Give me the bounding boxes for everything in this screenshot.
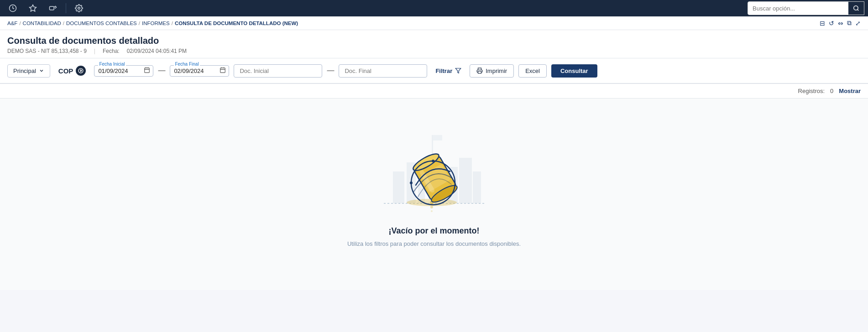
registros-count: 0 [830,88,833,94]
search-container [748,1,864,15]
breadcrumb-contabilidad[interactable]: CONTABILIDAD [23,21,61,26]
fecha-label: Fecha: [103,48,120,54]
page-header: Consulta de documentos detallado DEMO SA… [0,30,868,58]
breadcrumb-current: CONSULTA DE DOCUMENTO DETALLADO (NEW) [175,21,298,26]
fecha-final-field[interactable]: Fecha Final 02/09/2024 [170,65,229,77]
filtrar-label: Filtrar [435,67,452,74]
svg-marker-14 [455,68,461,73]
split-icon[interactable]: ⇔ [838,20,843,27]
fecha-inicial-label: Fecha Inicial [98,62,125,67]
company-name: DEMO SAS - NIT 85,133,458 - 9 [7,48,87,54]
empty-subtitle: Utiliza los filtros para poder consultar… [347,240,521,247]
page-meta: DEMO SAS - NIT 85,133,458 - 9 | Fecha: 0… [7,48,861,54]
svg-point-28 [431,210,433,212]
consultar-button[interactable]: Consultar [551,64,597,78]
help-icon[interactable]: ⊟ [820,20,825,27]
search-input[interactable] [748,3,848,14]
page-title: Consulta de documentos detallado [7,36,861,46]
breadcrumb-afp[interactable]: A&F [7,21,17,26]
calendar-icon-end[interactable] [220,67,226,75]
svg-point-36 [410,182,413,184]
imprimir-label: Imprimir [486,67,507,74]
mostrar-button[interactable]: Mostrar [839,88,861,94]
empty-state: ¡Vacío por el momento! Utiliza los filtr… [0,99,868,290]
fecha-final-value: 02/09/2024 [174,67,204,74]
top-navbar [0,0,868,16]
svg-rect-2 [50,6,54,10]
currency-icon [76,66,86,76]
chevron-down-icon [39,68,44,73]
copy-icon[interactable]: ⧉ [847,19,852,27]
svg-point-4 [854,6,858,10]
fecha-final-group: Fecha Final 02/09/2024 [170,65,229,77]
filter-toolbar: Principal COP Fecha Inicial 01/09/2024 — [0,58,868,84]
principal-label: Principal [13,67,36,74]
svg-rect-6 [145,68,150,73]
breadcrumb-sep-4: / [172,21,173,26]
svg-rect-21 [473,171,481,203]
breadcrumb: A&F / CONTABILIDAD / DOCUMENTOS CONTABLE… [7,21,298,26]
doc-range-dash: — [327,67,334,75]
breadcrumb-informes[interactable]: INFORMES [142,21,170,26]
date-range-dash: — [158,67,165,75]
nav-divider [66,3,66,13]
fecha-value: 02/09/2024 04:05:41 PM [127,48,187,54]
svg-rect-15 [478,71,481,73]
fecha-final-label: Fecha Final [174,62,199,67]
fecha-inicial-value: 01/09/2024 [98,67,128,74]
consultar-label: Consultar [560,67,588,74]
fecha-inicial-field[interactable]: Fecha Inicial 01/09/2024 [94,65,153,77]
doc-final-input[interactable] [339,64,427,78]
svg-rect-23 [433,135,442,140]
breadcrumb-sep-3: / [139,21,140,26]
excel-button[interactable]: Excel [518,64,547,78]
svg-marker-1 [30,5,37,11]
star-icon-btn[interactable] [24,1,42,16]
filter-icon [455,67,461,74]
search-button[interactable] [848,2,864,15]
tag-icon-btn[interactable] [44,1,62,16]
svg-point-27 [430,206,433,208]
results-bar: Registros: 0 Mostrar [0,84,868,99]
imprimir-button[interactable]: Imprimir [470,64,514,78]
breadcrumb-sep-1: / [19,21,21,26]
expand-icon[interactable]: ⤢ [855,20,861,27]
currency-btn[interactable]: COP [55,64,90,78]
excel-label: Excel [525,67,540,74]
breadcrumb-documentos[interactable]: DOCUMENTOS CONTABLES [66,21,137,26]
filtrar-button[interactable]: Filtrar [432,65,465,77]
svg-rect-10 [220,68,225,73]
calendar-icon-start[interactable] [144,67,150,75]
currency-label: COP [58,67,73,75]
registros-label: Registros: [798,88,825,94]
refresh-icon[interactable]: ↺ [829,20,834,27]
meta-sep: | [94,48,95,54]
history-icon-btn[interactable] [4,1,22,16]
print-icon [476,67,483,74]
breadcrumb-bar: A&F / CONTABILIDAD / DOCUMENTOS CONTABLE… [0,16,868,30]
empty-title: ¡Vacío por el momento! [388,226,479,236]
svg-point-3 [78,7,80,10]
doc-inicial-input[interactable] [234,64,322,78]
principal-dropdown[interactable]: Principal [7,64,50,78]
svg-rect-20 [459,158,472,203]
svg-point-35 [432,160,434,162]
svg-rect-16 [393,171,404,203]
settings-icon-btn[interactable] [70,1,88,16]
breadcrumb-actions: ⊟ ↺ ⇔ ⧉ ⤢ [820,19,861,27]
breadcrumb-sep-2: / [63,21,64,26]
fecha-inicial-group: Fecha Inicial 01/09/2024 [94,65,153,77]
empty-illustration [379,117,489,217]
